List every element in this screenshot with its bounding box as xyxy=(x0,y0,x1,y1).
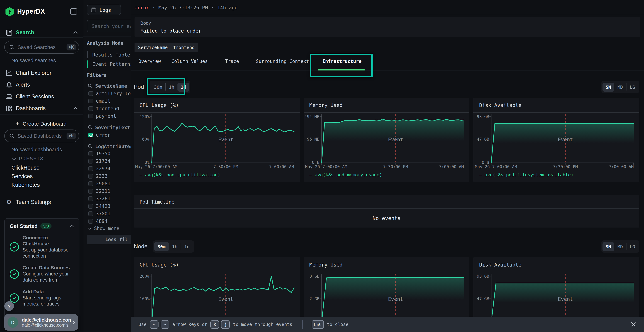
checkbox[interactable] xyxy=(88,106,93,111)
size-sm-button[interactable]: SM xyxy=(602,82,614,92)
close-drawer-icon[interactable] xyxy=(630,320,637,328)
filter-option[interactable]: artillery-loa xyxy=(88,90,134,96)
size-md-button[interactable]: MD xyxy=(614,242,626,251)
range-1d-button[interactable]: 1d xyxy=(181,242,193,251)
chevron-up-icon[interactable] xyxy=(70,225,74,227)
sidebar: HyperDX Search ⌘K No saved searches xyxy=(0,0,83,332)
filter-group-logattributes[interactable]: LogAttributes xyxy=(88,144,133,149)
mode-indicator-bar xyxy=(87,60,88,68)
filter-group-severitytext[interactable]: SeverityText xyxy=(88,124,130,130)
chevron-up-icon[interactable] xyxy=(73,107,78,110)
size-lg-button[interactable]: LG xyxy=(626,242,638,251)
checkbox[interactable] xyxy=(88,211,93,216)
checkbox[interactable] xyxy=(88,174,93,178)
shortcut-badge: ⌘K xyxy=(66,44,76,50)
esc-key[interactable]: ESC xyxy=(312,320,324,328)
service-name-chip[interactable]: ServiceName: frontend xyxy=(134,42,198,52)
presets-toggle[interactable]: PRESETS xyxy=(12,156,44,161)
sidebar-item-team-settings[interactable]: ⚙ Team Settings xyxy=(0,197,83,208)
node-size-toggle: SM MD LG xyxy=(602,240,639,252)
checkbox[interactable] xyxy=(88,91,93,96)
filter-option-label: artillery-loa xyxy=(96,90,134,96)
checkbox[interactable] xyxy=(88,132,93,137)
y-tick-label: 47 GB xyxy=(474,296,489,301)
range-1h-button[interactable]: 1h xyxy=(169,242,181,251)
filter-option[interactable]: 29081 xyxy=(88,181,110,186)
collapse-sidebar-icon[interactable] xyxy=(70,8,78,16)
sidebar-item-dashboards[interactable]: Dashboards xyxy=(0,103,83,114)
size-md-button[interactable]: MD xyxy=(614,82,626,92)
filter-option[interactable]: frontend xyxy=(88,106,119,111)
sidebar-item-chart-explorer[interactable]: Chart Explorer xyxy=(0,68,83,78)
show-more-toggle[interactable]: Show more xyxy=(88,226,119,231)
tab-trace[interactable]: Trace xyxy=(225,59,239,64)
show-more-label: Show more xyxy=(94,226,119,231)
checkbox[interactable] xyxy=(88,189,93,193)
filter-option-label: 33261 xyxy=(96,196,110,202)
chevron-up-icon[interactable] xyxy=(73,31,78,34)
create-dashboard-button[interactable]: + Create Dashboard xyxy=(0,118,83,129)
saved-dashboards-search[interactable]: ⌘K xyxy=(4,130,79,142)
source-selector-button[interactable]: Logs xyxy=(87,5,121,15)
filter-option[interactable]: 32311 xyxy=(88,188,110,194)
checkbox[interactable] xyxy=(88,151,93,156)
size-sm-button[interactable]: SM xyxy=(602,242,614,251)
preset-item-services[interactable]: Services xyxy=(12,173,33,180)
filter-option[interactable]: 22974 xyxy=(88,166,110,171)
get-started-item[interactable]: Create Data Sources Configure where your… xyxy=(10,265,74,283)
filter-option-label: 32311 xyxy=(96,188,110,194)
pod-timeline-card: Pod Timeline No events xyxy=(134,195,639,228)
preset-item-kubernetes[interactable]: Kubernetes xyxy=(12,182,40,188)
y-tick-label: 47 GB xyxy=(474,137,489,141)
checkbox[interactable] xyxy=(88,196,93,201)
checkbox[interactable] xyxy=(88,98,93,103)
filter-group-servicename[interactable]: ServiceName xyxy=(88,83,127,89)
filter-option[interactable]: payment xyxy=(88,113,116,119)
sidebar-item-client-sessions[interactable]: Client Sessions xyxy=(0,91,83,102)
sidebar-item-alerts[interactable]: Alerts xyxy=(0,80,83,90)
user-menu[interactable]: D dale@clickhouse.com dale@clickhouse.co… xyxy=(4,314,78,330)
analysis-mode-event-patterns[interactable]: Event Patterns xyxy=(87,60,133,68)
filter-option[interactable]: 37801 xyxy=(88,211,110,216)
preset-item-clickhouse[interactable]: ClickHouse xyxy=(12,164,40,171)
filter-option[interactable]: 33261 xyxy=(88,196,110,202)
checkbox[interactable] xyxy=(88,204,93,208)
checkbox[interactable] xyxy=(88,166,93,171)
checkbox[interactable] xyxy=(88,219,93,224)
get-started-item[interactable]: Add Data Start sending logs, metrics, or… xyxy=(10,289,74,307)
chart-explorer-icon xyxy=(5,70,12,76)
filter-option[interactable]: 21734 xyxy=(88,158,110,164)
checkbox[interactable] xyxy=(88,114,93,118)
filter-group-name: SeverityText xyxy=(95,124,130,130)
checkbox[interactable] xyxy=(88,181,93,186)
sidebar-item-label: Team Settings xyxy=(16,199,51,205)
checkbox[interactable] xyxy=(88,159,93,163)
filter-option[interactable]: email xyxy=(88,98,110,104)
filter-option[interactable]: 19350 xyxy=(88,150,110,156)
analysis-mode-option-label: Event Patterns xyxy=(92,61,133,67)
filter-option-label: payment xyxy=(96,113,116,119)
saved-dashboards-input[interactable] xyxy=(18,133,66,139)
range-30m-button[interactable]: 30m xyxy=(154,242,169,251)
body-label: Body xyxy=(140,20,151,26)
filter-option[interactable]: 4894 xyxy=(88,218,108,224)
j-key[interactable]: j xyxy=(221,320,230,328)
brand-title: HyperDX xyxy=(17,8,45,16)
size-lg-button[interactable]: LG xyxy=(626,82,638,92)
tab-surrounding-context[interactable]: Surrounding Context xyxy=(256,59,309,64)
filter-option[interactable]: error xyxy=(88,132,110,138)
help-button[interactable]: ? xyxy=(4,301,14,311)
k-key[interactable]: k xyxy=(210,320,219,328)
analysis-mode-results-table[interactable]: Results Table xyxy=(87,51,130,59)
arrow-right-key[interactable]: → xyxy=(160,320,169,328)
filter-option[interactable]: 34423 xyxy=(88,203,110,209)
tab-column-values[interactable]: Column Values xyxy=(172,59,208,64)
get-started-item[interactable]: Connect to ClickHouse Set up your databa… xyxy=(10,235,74,259)
sidebar-item-search[interactable]: Search xyxy=(0,27,83,38)
tab-overview[interactable]: Overview xyxy=(138,59,161,64)
saved-searches-input[interactable] xyxy=(18,44,66,50)
filter-option[interactable]: 2333 xyxy=(88,173,108,179)
saved-searches-search[interactable]: ⌘K xyxy=(4,41,79,54)
logs-source-icon xyxy=(90,7,96,12)
arrow-left-key[interactable]: ← xyxy=(150,320,158,328)
